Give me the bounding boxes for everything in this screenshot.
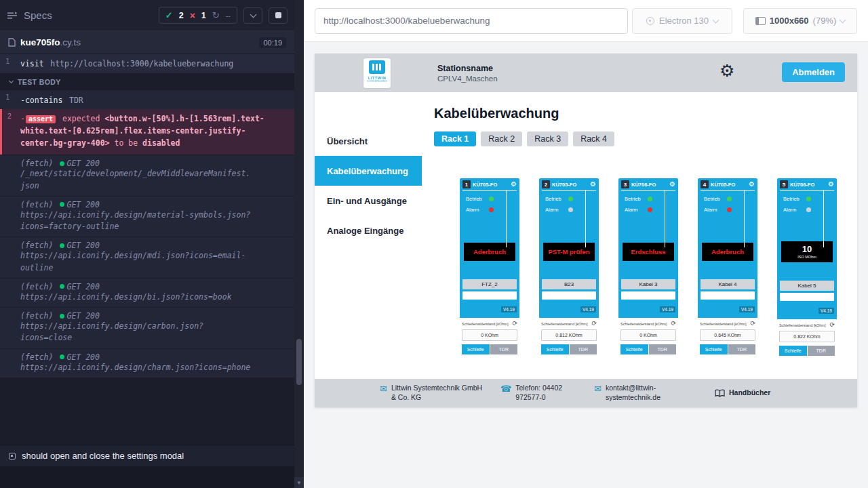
spec-file-row[interactable]: kue705fo.cy.ts 00:19 (0, 31, 294, 54)
tdr-button[interactable]: TDR (728, 344, 756, 354)
check-icon: ✓ (165, 10, 173, 20)
logout-button[interactable]: Abmelden (782, 62, 845, 82)
stop-button[interactable] (269, 7, 288, 24)
manuals-link[interactable]: Handbücher (715, 388, 770, 398)
scrollbar-down-arrow[interactable]: ▼ (294, 477, 304, 488)
measurement-value: 0 KOhm (620, 329, 676, 341)
nav-item-ein-und-ausgaenge[interactable]: Ein- und Ausgänge (315, 186, 422, 216)
card-number: 5 (780, 180, 788, 188)
fetch-url: /_next/static/development/_devMiddleware… (20, 168, 254, 192)
scrollbar-thumb[interactable] (296, 339, 302, 385)
schleife-button[interactable]: Schleife (541, 344, 569, 354)
specs-label[interactable]: Specs (24, 9, 52, 21)
cable-name-input[interactable] (462, 291, 517, 300)
tdr-button[interactable]: TDR (649, 344, 677, 354)
log-fetch-entry[interactable]: (fetch)GET 200 https://api.iconify.desig… (0, 308, 294, 348)
timer-value: -- (226, 12, 231, 20)
firmware-version: V4.19 (701, 302, 755, 314)
phone-icon: ☎ (500, 384, 511, 393)
gear-icon[interactable]: ⚙ (749, 181, 755, 188)
littwin-logo: LITTWIN SYSTEMTECHNIK (363, 58, 391, 88)
viewport-selector[interactable]: 1000x660 (79%) (743, 8, 857, 34)
card-alarm-dot (568, 207, 573, 212)
tab-rack-3[interactable]: Rack 3 (527, 131, 568, 146)
command-arg: TDR (69, 96, 83, 105)
nav-item-analoge-eingaenge[interactable]: Analoge Eingänge (315, 216, 422, 245)
schleife-button[interactable]: Schleife (620, 344, 648, 354)
tab-rack-1[interactable]: Rack 1 (434, 131, 476, 146)
test-body-section[interactable]: TEST BODY (0, 73, 294, 90)
log-fetch-entry[interactable]: (fetch)GET 200 https://api.iconify.desig… (0, 197, 294, 237)
tdr-button[interactable]: TDR (490, 344, 518, 354)
card-model: KÜ705-FO (711, 182, 747, 188)
test-counts[interactable]: ✓ 2 × 1 ↻ -- (159, 7, 237, 24)
settings-gear-icon[interactable]: ⚙ (719, 62, 734, 79)
cable-name-input[interactable] (701, 291, 755, 300)
app-sidebar: Übersicht Kabelüberwachung Ein- und Ausg… (315, 92, 422, 407)
fetch-url: https://api.iconify.design/material-symb… (20, 209, 254, 233)
refresh-icon[interactable]: ⟳ (671, 321, 676, 327)
betrieb-led (648, 197, 652, 201)
schleife-button[interactable]: Schleife (779, 346, 807, 356)
gear-icon[interactable]: ⚙ (828, 181, 834, 188)
card-model: KÜ705-FO (552, 182, 588, 188)
log-fetch-entry[interactable]: (fetch)GET 200 https://api.iconify.desig… (0, 349, 294, 378)
refresh-icon: ↻ (212, 10, 220, 20)
gear-icon[interactable]: ⚙ (669, 181, 675, 188)
status-ok-dot (60, 354, 64, 359)
nav-item-uebersicht[interactable]: Übersicht (315, 126, 422, 156)
status-ok-dot (60, 284, 64, 289)
log-assert-failed[interactable]: 2 -assert expected <button.w-[50%].h-[1.… (0, 109, 294, 155)
cable-name-input[interactable] (621, 291, 675, 300)
command-arg: http://localhost:3000/kabelueberwachung (50, 59, 233, 68)
browser-name: Electron 130 (659, 16, 709, 26)
browser-selector[interactable]: Electron 130 (632, 8, 732, 34)
betrieb-led (568, 197, 573, 201)
station-value: CPLV4_Maschen (437, 75, 498, 83)
device-card-2: 2 KÜ705-FO ⚙ Betrieb Alarm PST-M prüfen … (539, 178, 599, 382)
card-status: Aderbruch (464, 243, 515, 261)
specs-menu-icon[interactable] (7, 11, 18, 20)
log-fetch-entry[interactable]: (fetch)GET 200 /_next/static/development… (0, 155, 294, 196)
document-icon (8, 38, 16, 47)
tdr-button[interactable]: TDR (808, 346, 835, 356)
log-fetch-entry[interactable]: (fetch)GET 200 https://api.iconify.desig… (0, 279, 294, 307)
refresh-icon[interactable]: ⟳ (591, 321, 597, 327)
card-model: KÜ706-FO (790, 182, 826, 188)
log-fetch-entry[interactable]: (fetch)GET 200 https://api.iconify.desig… (0, 237, 294, 278)
runner-header: Specs ✓ 2 × 1 ↻ -- (0, 0, 294, 31)
preview-stage: LITTWIN SYSTEMTECHNIK Stationsname CPLV4… (304, 42, 868, 488)
nav-item-kabelueberwachung[interactable]: Kabelüberwachung (315, 156, 422, 186)
card-status: 10 ISO MOhm (781, 241, 833, 262)
station-label: Stationsname (437, 64, 498, 73)
log-visit-command[interactable]: 1 visit http://localhost:3000/kabelueber… (0, 54, 294, 73)
device-card-4: 4 KÜ705-FO ⚙ Betrieb Alarm Aderbruch Kab… (698, 178, 757, 382)
log-contains-command[interactable]: 1 -contains TDR (0, 90, 294, 109)
schleife-button[interactable]: Schleife (462, 344, 490, 354)
station-info: Stationsname CPLV4_Maschen (437, 64, 498, 83)
chevron-down-icon (9, 79, 14, 83)
tdr-button[interactable]: TDR (570, 344, 597, 354)
tab-rack-4[interactable]: Rack 4 (573, 131, 614, 146)
cable-name-input[interactable] (542, 291, 596, 300)
next-test-title: should open and close the settings modal (22, 451, 184, 461)
measurement-value: 0 KOhm (462, 329, 517, 341)
card-status: Aderbruch (702, 243, 753, 261)
card-number: 1 (462, 180, 471, 188)
assert-expected: expected (62, 114, 100, 123)
card-divider (665, 190, 665, 247)
cable-name: Kabel 5 (780, 281, 834, 291)
url-input[interactable] (315, 8, 628, 34)
logo-mark-icon (369, 60, 385, 74)
tab-rack-2[interactable]: Rack 2 (481, 131, 522, 146)
collapse-button[interactable] (243, 7, 262, 24)
refresh-icon[interactable]: ⟳ (750, 321, 755, 327)
gear-icon[interactable]: ⚙ (590, 181, 596, 188)
gear-icon[interactable]: ⚙ (511, 181, 517, 188)
refresh-icon[interactable]: ⟳ (512, 321, 517, 327)
refresh-icon[interactable]: ⟳ (829, 322, 835, 328)
next-test-row[interactable]: should open and close the settings modal (0, 445, 294, 466)
cable-name-input[interactable] (780, 293, 834, 301)
runner-scrollbar[interactable]: ▼ (294, 0, 304, 488)
schleife-button[interactable]: Schleife (700, 344, 728, 354)
